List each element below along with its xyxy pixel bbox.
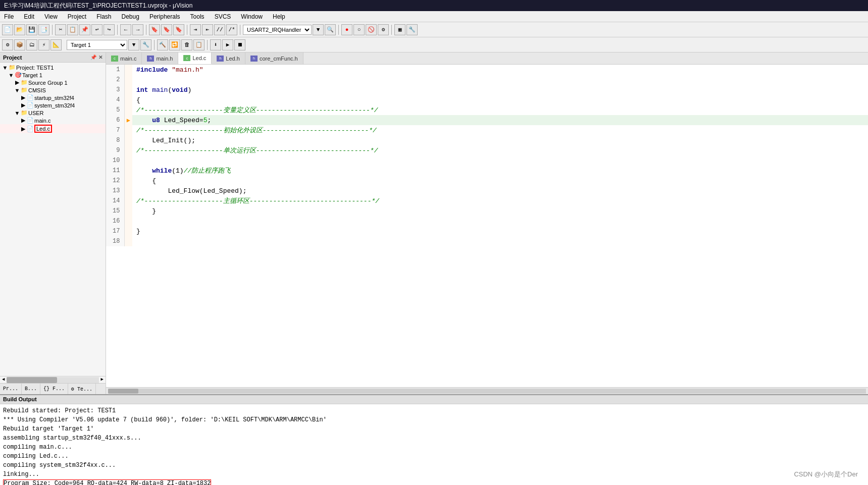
- project-close-icon[interactable]: ✕: [98, 55, 103, 60]
- menu-item-window[interactable]: Window: [239, 13, 265, 21]
- code-col-11[interactable]: while(1)//防止程序跑飞: [132, 166, 868, 176]
- save-all-btn[interactable]: 📑: [38, 24, 49, 35]
- menu-item-file[interactable]: File: [2, 13, 16, 21]
- tree-item-ledc[interactable]: ▶ 📄 Led.c: [0, 124, 106, 133]
- tab-icon-mainc: c: [111, 56, 118, 62]
- combo-icon[interactable]: ▼: [313, 24, 324, 35]
- target-config-btn[interactable]: 🔧: [140, 39, 151, 50]
- tools-btn[interactable]: 🔧: [406, 24, 418, 35]
- code-col-3[interactable]: int main(void): [132, 85, 868, 95]
- code-col-15[interactable]: }: [132, 206, 868, 216]
- code-col-13[interactable]: Led_Flow(Led_Speed);: [132, 186, 868, 196]
- indent-btn[interactable]: ⇥: [190, 24, 201, 35]
- proj-tab-b[interactable]: B...: [22, 384, 40, 394]
- paste-btn[interactable]: 📌: [79, 24, 90, 35]
- nav-back-btn[interactable]: ←: [120, 24, 131, 35]
- menu-item-debug[interactable]: Debug: [120, 13, 141, 21]
- menu-item-flash[interactable]: Flash: [94, 13, 113, 21]
- batch-build-btn[interactable]: 📋: [193, 39, 205, 50]
- tab-ledh[interactable]: h Led.h: [212, 52, 245, 64]
- scroll-left-arrow[interactable]: ◀: [0, 376, 7, 383]
- bookmark2-btn[interactable]: 🔖: [161, 24, 172, 35]
- undo-btn[interactable]: ↩: [91, 24, 103, 35]
- tree-item-user[interactable]: ▼ 📁 USER: [0, 109, 106, 117]
- code-editor[interactable]: 1#include "main.h"23int main(void)4{5/*-…: [106, 65, 868, 387]
- code-col-9[interactable]: /*--------------------单次运行区-------------…: [132, 145, 868, 155]
- view-btn[interactable]: ▦: [394, 24, 405, 35]
- save-btn[interactable]: 💾: [26, 24, 37, 35]
- stop2-btn[interactable]: ⏹: [234, 39, 245, 50]
- code-col-7[interactable]: /*--------------------初始化外设区------------…: [132, 125, 868, 135]
- target-btn5[interactable]: 📐: [50, 39, 62, 50]
- tree-item-target1[interactable]: ▼ 🎯 Target 1: [0, 71, 106, 79]
- hscroll-track[interactable]: [108, 389, 866, 394]
- code-col-16[interactable]: [132, 216, 868, 226]
- target-btn1[interactable]: ⚙: [2, 39, 13, 50]
- target-btn3[interactable]: 🗂: [26, 39, 37, 50]
- menu-item-peripherals[interactable]: Peripherals: [147, 13, 182, 21]
- nav-fwd-btn[interactable]: →: [132, 24, 143, 35]
- target-combo-icon[interactable]: ▼: [128, 39, 139, 50]
- target-btn4[interactable]: ⚡: [38, 39, 49, 50]
- code-col-12[interactable]: {: [132, 176, 868, 186]
- tree-icon-system: 📄: [26, 102, 34, 109]
- new-file-btn[interactable]: 📄: [2, 24, 13, 35]
- tree-item-project-root[interactable]: ▼ 📁 Project: TEST1: [0, 64, 106, 71]
- bookmark1-btn[interactable]: 🔖: [149, 24, 160, 35]
- tree-item-sourcegroup1[interactable]: ▶ 📁 Source Group 1: [0, 79, 106, 86]
- tree-item-mainc[interactable]: ▶ 📄 main.c: [0, 117, 106, 124]
- tree-item-system[interactable]: ▶ 📄 system_stm32f4: [0, 101, 106, 109]
- tree-item-cmsis[interactable]: ▼ 📁 CMSIS: [0, 86, 106, 94]
- arrow-col-9: [124, 145, 132, 155]
- target-btn2[interactable]: 📦: [14, 39, 25, 50]
- code-col-4[interactable]: {: [132, 95, 868, 105]
- proj-tab-pr[interactable]: Pr...: [0, 384, 22, 394]
- tab-mainh[interactable]: h main.h: [142, 52, 178, 64]
- bookmark3-btn[interactable]: 🔖: [173, 24, 184, 35]
- open-btn[interactable]: 📂: [14, 24, 25, 35]
- proj-tab-f[interactable]: {} F...: [40, 384, 68, 394]
- code-col-1[interactable]: #include "main.h": [132, 65, 868, 75]
- menu-item-tools[interactable]: Tools: [188, 13, 207, 21]
- options-btn[interactable]: ⚙: [378, 24, 389, 35]
- build-btn[interactable]: 🔨: [157, 39, 168, 50]
- menu-item-edit[interactable]: Edit: [22, 13, 36, 21]
- tree-item-startup[interactable]: ▶ 📄 startup_stm32f4: [0, 94, 106, 101]
- code-col-17[interactable]: }: [132, 226, 868, 236]
- rebuild-btn[interactable]: 🔁: [169, 39, 180, 50]
- redo-btn[interactable]: ↪: [104, 24, 115, 35]
- proj-tab-te[interactable]: ⚙ Te...: [68, 384, 96, 394]
- run-btn[interactable]: ●: [341, 24, 352, 35]
- clean-btn[interactable]: 🗑: [181, 39, 192, 50]
- clear-btn[interactable]: 🚫: [366, 24, 377, 35]
- download-btn[interactable]: ⬇: [210, 39, 221, 50]
- stop-btn[interactable]: ○: [353, 24, 365, 35]
- function-combo[interactable]: USART2_IRQHandler: [243, 25, 312, 35]
- hscroll-thumb[interactable]: [108, 389, 138, 394]
- search-btn[interactable]: 🔍: [325, 24, 336, 35]
- copy-btn[interactable]: 📋: [67, 24, 78, 35]
- code-row-5: 5/*--------------------变量定义区------------…: [106, 105, 868, 115]
- menu-item-project[interactable]: Project: [66, 13, 88, 21]
- code-col-8[interactable]: Led_Init();: [132, 135, 868, 145]
- menu-item-help[interactable]: Help: [271, 13, 287, 21]
- menu-item-svcs[interactable]: SVCS: [213, 13, 233, 21]
- scroll-right-arrow[interactable]: ▶: [99, 376, 106, 383]
- unindent-btn[interactable]: ⇤: [202, 24, 213, 35]
- code-col-10[interactable]: [132, 155, 868, 166]
- menu-item-view[interactable]: View: [42, 13, 60, 21]
- project-pin-icon[interactable]: 📌: [90, 55, 96, 60]
- tab-mainc[interactable]: c main.c: [106, 52, 142, 64]
- comment-btn[interactable]: //: [214, 24, 225, 35]
- cut-btn[interactable]: ✂: [55, 24, 66, 35]
- tab-ledc[interactable]: c Led.c: [178, 52, 212, 64]
- code-col-14[interactable]: /*--------------------主循环区--------------…: [132, 196, 868, 206]
- uncomment-btn[interactable]: /*: [226, 24, 237, 35]
- code-col-2[interactable]: [132, 75, 868, 85]
- tab-corecmfunc[interactable]: h core_cmFunc.h: [245, 52, 303, 64]
- run2-btn[interactable]: ▶: [222, 39, 233, 50]
- code-col-18[interactable]: [132, 236, 868, 246]
- code-col-6[interactable]: u8 Led_Speed=5;: [132, 115, 868, 125]
- target-combo[interactable]: Target 1: [67, 40, 127, 50]
- code-col-5[interactable]: /*--------------------变量定义区-------------…: [132, 105, 868, 115]
